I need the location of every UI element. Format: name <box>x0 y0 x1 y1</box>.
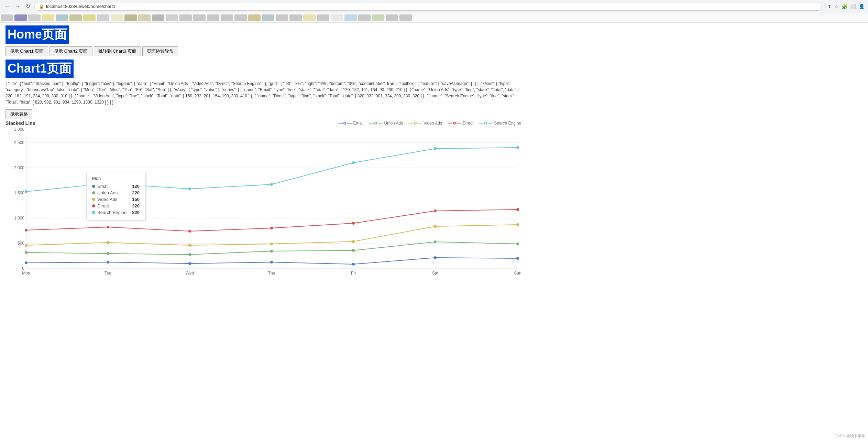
tooltip-series-name: Search Engine <box>97 210 127 215</box>
search-dot-fri <box>352 161 355 164</box>
video-dot-fri <box>352 240 355 243</box>
svg-text:1,000: 1,000 <box>14 216 24 221</box>
union-dot-wed <box>188 253 191 256</box>
svg-text:500: 500 <box>18 241 24 246</box>
show-chart2-button[interactable]: 显示 Chart2 页面 <box>50 46 92 56</box>
profile-button[interactable]: 👤 <box>859 4 865 9</box>
extensions-button[interactable]: 🧩 <box>842 4 847 9</box>
tooltip-series-value: 120 <box>132 184 140 189</box>
search-dot-wed <box>188 187 191 190</box>
union-dot-sat <box>434 240 437 243</box>
tooltip-label: Email <box>92 184 109 189</box>
union-dot-sun <box>516 243 519 245</box>
direct-dot-fri <box>352 222 355 225</box>
legend-item-search-engine[interactable]: Search Engine <box>479 121 521 126</box>
chart1-title: Chart1页面 <box>6 60 74 78</box>
tooltip-color-dot <box>92 204 95 207</box>
legend-label: Direct <box>463 121 473 126</box>
search-dot-sat <box>434 147 437 150</box>
reload-button[interactable]: ↻ <box>24 3 32 10</box>
url-text: localhost:8028/ueweb/home/chart1 <box>46 4 116 9</box>
svg-text:3,000: 3,000 <box>14 127 24 132</box>
page-content: Home页面 显示 Chart1 页面 显示 Chart2 页面 跳转到 Cha… <box>0 23 868 279</box>
tooltip-series-value: 150 <box>132 197 140 202</box>
bookmark-button[interactable]: ☆ <box>834 4 839 9</box>
tooltip-title: Mon <box>92 176 140 181</box>
chart-legend: Email Union Ads Video Ads Direct <box>338 121 521 126</box>
tooltip-row: Email 120 <box>92 184 140 189</box>
tooltip-row: Union Ads 220 <box>92 190 140 195</box>
legend-label: Email <box>353 121 363 126</box>
direct-dot-sun <box>516 208 519 211</box>
svg-text:Sat: Sat <box>432 271 439 275</box>
tooltip-series-name: Union Ads <box>97 190 118 195</box>
window-button[interactable]: ⬜ <box>850 4 856 9</box>
direct-dot-tue <box>107 226 109 228</box>
json-config: { "title": { "text": "Stacked Line" }, "… <box>6 81 521 105</box>
chart-title: Stacked Line <box>6 120 35 126</box>
svg-text:Tue: Tue <box>105 271 112 275</box>
email-dot-thu <box>270 261 273 264</box>
svg-text:Thu: Thu <box>268 271 275 275</box>
union-dot-thu <box>270 250 273 253</box>
video-dot-wed <box>188 244 191 247</box>
forward-button[interactable]: → <box>14 3 21 10</box>
search-dot-sun <box>516 146 519 149</box>
show-chart1-button[interactable]: 显示 Chart1 页面 <box>6 46 48 56</box>
svg-text:0: 0 <box>22 266 24 271</box>
tooltip-color-dot <box>92 211 95 214</box>
chart-header: Stacked Line Email Union Ads Video Ads <box>6 120 521 126</box>
back-button[interactable]: ← <box>3 3 11 10</box>
tooltip-series-value: 320 <box>132 203 140 208</box>
svg-text:Fri: Fri <box>351 271 356 275</box>
lock-icon: 🔒 <box>39 4 44 9</box>
error-button[interactable]: 页面跳转异常 <box>142 46 178 56</box>
browser-actions: ⬆ ☆ 🧩 ⬜ 👤 <box>827 4 865 9</box>
union-dot-fri <box>352 249 355 252</box>
address-bar[interactable]: 🔒 localhost:8028/ueweb/home/chart1 <box>34 2 822 11</box>
chart-svg: 0 500 1,000 1,500 2,000 2,500 3,000 Mon … <box>6 127 521 275</box>
legend-label: Video Ads <box>424 121 442 126</box>
video-dot-sun <box>516 223 519 226</box>
tooltip-series-value: 220 <box>132 190 140 195</box>
home-title: Home页面 <box>6 25 69 44</box>
tooltip-label: Video Ads <box>92 197 117 202</box>
tooltip-row: Video Ads 150 <box>92 197 140 202</box>
svg-text:Sun: Sun <box>514 271 521 275</box>
tooltip-series-name: Direct <box>97 203 109 208</box>
browser-chrome: ← → ↻ 🔒 localhost:8028/ueweb/home/chart1… <box>0 0 868 13</box>
direct-dot-sat <box>434 210 437 212</box>
legend-item-email[interactable]: Email <box>338 121 363 126</box>
legend-label: Search Engine <box>494 121 521 126</box>
email-dot-sun <box>516 257 519 260</box>
svg-text:Wed: Wed <box>186 271 194 275</box>
direct-dot-wed <box>188 230 191 233</box>
goto-chart3-button[interactable]: 跳转到 Chart3 页面 <box>94 46 141 56</box>
tooltip-color-dot <box>92 185 95 188</box>
share-button[interactable]: ⬆ <box>827 4 832 9</box>
union-dot-tue <box>107 252 109 255</box>
svg-text:2,000: 2,000 <box>14 165 24 170</box>
email-dot-tue <box>107 261 109 264</box>
legend-item-video-ads[interactable]: Video Ads <box>408 121 442 126</box>
video-dot-sat <box>434 225 437 228</box>
tooltip-color-dot <box>92 198 95 201</box>
search-dot-thu <box>270 183 273 186</box>
legend-item-direct[interactable]: Direct <box>448 121 473 126</box>
tooltip-row: Direct 320 <box>92 203 140 208</box>
tooltip-row: Search Engine 820 <box>92 210 140 215</box>
legend-label: Union Ads <box>384 121 403 126</box>
nav-button-group: 显示 Chart1 页面 显示 Chart2 页面 跳转到 Chart3 页面 … <box>6 46 862 56</box>
email-dot-sat <box>434 256 437 259</box>
tooltip-label: Union Ads <box>92 190 118 195</box>
favicon-bar <box>0 13 868 23</box>
tooltip-label: Search Engine <box>92 210 127 215</box>
email-dot-fri <box>352 263 355 266</box>
show-table-button[interactable]: 显示表格 <box>6 109 32 119</box>
tooltip-series-name: Email <box>97 184 109 189</box>
chart-container: Stacked Line Email Union Ads Video Ads <box>6 120 521 276</box>
legend-item-union-ads[interactable]: Union Ads <box>369 121 403 126</box>
tooltip-series-name: Video Ads <box>97 197 117 202</box>
tooltip-color-dot <box>92 191 95 194</box>
tooltip-series-value: 820 <box>132 210 140 215</box>
